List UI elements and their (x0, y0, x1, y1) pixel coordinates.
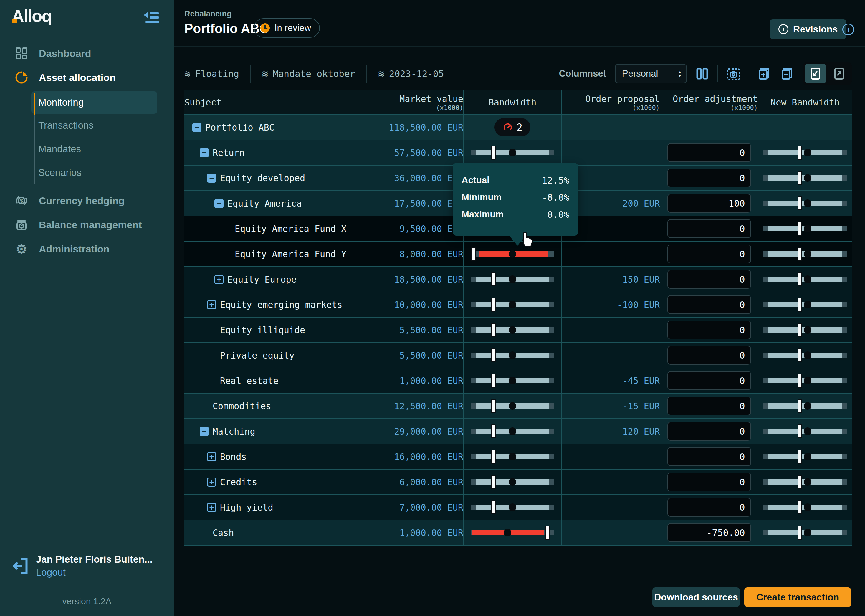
split-columns-icon[interactable] (694, 66, 710, 81)
order-adjustment-input[interactable] (667, 523, 751, 542)
bandwidth-slider-new[interactable] (763, 195, 847, 212)
slider-thumb[interactable] (797, 171, 802, 185)
slider-thumb[interactable] (797, 449, 802, 464)
order-adjustment-input[interactable] (667, 143, 751, 162)
expand-row-icon[interactable]: + (207, 503, 216, 512)
bandwidth-slider-new[interactable] (763, 524, 847, 541)
bandwidth-slider-new[interactable] (763, 499, 847, 515)
order-adjustment-input[interactable] (667, 168, 751, 187)
slider-thumb[interactable] (491, 323, 496, 337)
bandwidth-slider-new[interactable] (763, 170, 847, 186)
expand-row-icon[interactable]: + (207, 452, 216, 461)
sidebar-collapse-icon[interactable] (144, 10, 159, 24)
collapse-row-icon[interactable]: − (214, 199, 223, 208)
bandwidth-slider-new[interactable] (763, 474, 847, 490)
expand-view-button[interactable] (828, 64, 850, 83)
order-adjustment-input[interactable] (667, 295, 751, 314)
order-adjustment-input[interactable] (667, 219, 751, 238)
collapse-row-icon[interactable]: − (200, 427, 209, 436)
order-adjustment-input[interactable] (667, 245, 751, 263)
bandwidth-slider[interactable] (471, 423, 554, 440)
order-adjustment-input[interactable] (667, 396, 751, 415)
expand-row-icon[interactable]: + (207, 478, 216, 487)
bandwidth-slider-new[interactable] (763, 372, 847, 389)
bandwidth-slider[interactable] (471, 524, 554, 541)
sidebar-item-balance-management[interactable]: Balance management (0, 213, 174, 237)
slider-thumb[interactable] (491, 399, 496, 413)
revisions-button[interactable]: i Revisions (769, 19, 846, 39)
bandwidth-slider[interactable] (471, 145, 554, 161)
slider-thumb[interactable] (797, 222, 802, 236)
slider-thumb[interactable] (797, 196, 802, 211)
sidebar-item-dashboard[interactable]: Dashboard (0, 41, 174, 65)
logout-link[interactable]: Logout (36, 567, 66, 578)
filter-chip[interactable]: ≋2023-12-05 (378, 68, 444, 79)
slider-thumb[interactable] (797, 272, 802, 286)
order-adjustment-input[interactable] (667, 194, 751, 213)
bandwidth-slider[interactable] (471, 347, 554, 363)
bandwidth-slider[interactable] (471, 448, 554, 465)
slider-thumb[interactable] (797, 348, 802, 362)
slider-thumb[interactable] (797, 323, 802, 337)
collapse-all-icon[interactable] (780, 66, 795, 81)
sidebar-item-transactions[interactable]: Transactions (0, 114, 174, 137)
slider-thumb[interactable] (797, 475, 802, 489)
slider-thumb[interactable] (491, 297, 496, 312)
collapse-row-icon[interactable]: − (192, 123, 201, 132)
bandwidth-slider-new[interactable] (763, 347, 847, 363)
slider-thumb[interactable] (491, 500, 496, 514)
slider-thumb[interactable] (797, 500, 802, 514)
create-transaction-button[interactable]: Create transaction (744, 588, 851, 607)
slider-thumb[interactable] (545, 526, 550, 540)
expand-all-icon[interactable] (757, 66, 772, 81)
bandwidth-slider-new[interactable] (763, 145, 847, 161)
page-info-icon[interactable]: i (842, 24, 854, 35)
bandwidth-slider-new[interactable] (763, 296, 847, 313)
bandwidth-slider-new[interactable] (763, 271, 847, 288)
bandwidth-slider[interactable] (471, 246, 554, 262)
order-adjustment-input[interactable] (667, 447, 751, 466)
slider-thumb[interactable] (797, 374, 802, 388)
order-adjustment-input[interactable] (667, 371, 751, 390)
collapse-row-icon[interactable]: − (207, 173, 216, 183)
sidebar-item-monitoring[interactable]: Monitoring (31, 91, 157, 114)
bandwidth-slider[interactable] (471, 398, 554, 414)
order-adjustment-input[interactable] (667, 473, 751, 491)
compact-view-button[interactable] (805, 64, 826, 83)
bandwidth-slider[interactable] (471, 372, 554, 389)
columnset-select[interactable]: Personal ▴▾ (615, 64, 687, 83)
bandwidth-slider-new[interactable] (763, 220, 847, 237)
sidebar-item-asset-allocation[interactable]: Asset allocation (0, 65, 174, 90)
bandwidth-slider[interactable] (471, 499, 554, 515)
slider-thumb[interactable] (471, 247, 476, 261)
slider-thumb[interactable] (797, 247, 802, 261)
slider-thumb[interactable] (491, 146, 496, 160)
order-adjustment-input[interactable] (667, 498, 751, 517)
slider-thumb[interactable] (491, 475, 496, 489)
slider-thumb[interactable] (797, 146, 802, 160)
order-adjustment-input[interactable] (667, 346, 751, 365)
expand-row-icon[interactable]: + (214, 275, 223, 284)
collapse-row-icon[interactable]: − (200, 148, 209, 157)
slider-thumb[interactable] (797, 297, 802, 312)
filter-chip[interactable]: ≋Floating (184, 68, 239, 79)
slider-thumb[interactable] (797, 526, 802, 540)
filter-chip[interactable]: ≋Mandate oktober (262, 68, 355, 79)
slider-thumb[interactable] (491, 348, 496, 362)
slider-thumb[interactable] (491, 449, 496, 464)
sidebar-item-administration[interactable]: ⚙ Administration (0, 237, 174, 261)
bandwidth-slider[interactable] (471, 271, 554, 288)
slider-thumb[interactable] (797, 399, 802, 413)
snapshot-icon[interactable] (726, 66, 741, 81)
slider-thumb[interactable] (491, 374, 496, 388)
sidebar-item-mandates[interactable]: Mandates (0, 137, 174, 161)
slider-thumb[interactable] (797, 424, 802, 438)
bandwidth-slider[interactable] (471, 322, 554, 338)
bandwidth-slider-new[interactable] (763, 398, 847, 414)
expand-row-icon[interactable]: + (207, 300, 216, 309)
bandwidth-slider-new[interactable] (763, 322, 847, 338)
order-adjustment-input[interactable] (667, 321, 751, 339)
bandwidth-slider[interactable] (471, 474, 554, 490)
order-adjustment-input[interactable] (667, 422, 751, 441)
order-adjustment-input[interactable] (667, 270, 751, 289)
